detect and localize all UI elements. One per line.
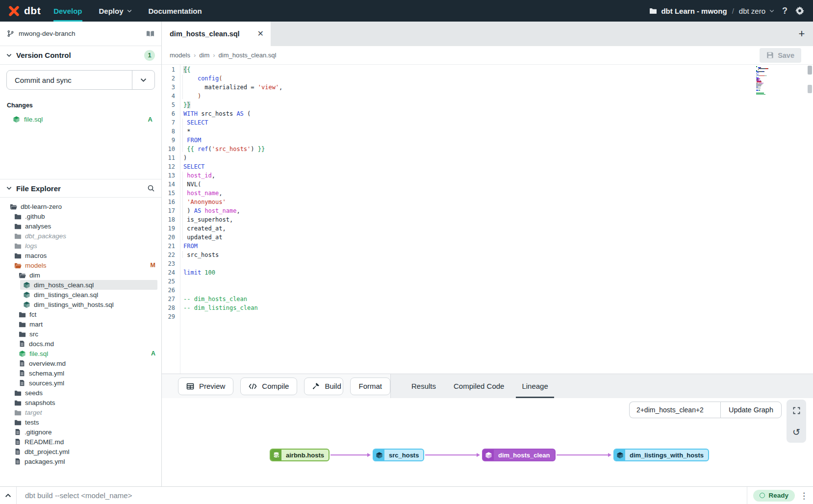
lineage-node[interactable]: airbnb.hosts	[270, 449, 330, 461]
tree-item[interactable]: .github	[0, 211, 161, 221]
docs-book-icon[interactable]	[146, 30, 154, 37]
tree-item[interactable]: overview.md	[0, 358, 161, 368]
code-line[interactable]: )	[183, 153, 813, 162]
code-line[interactable]: is_superhost,	[183, 215, 813, 224]
code-line[interactable]: SELECT	[183, 162, 813, 171]
code-content[interactable]: {{ config( materialized = 'view', )}}WIT…	[180, 65, 813, 374]
code-line[interactable]: NVL(	[183, 180, 813, 189]
code-line[interactable]: FROM	[183, 136, 813, 145]
tree-item[interactable]: seeds	[0, 388, 161, 398]
nav-deploy[interactable]: Deploy	[99, 0, 132, 22]
dbt-logo[interactable]: dbt	[0, 5, 53, 17]
tree-item[interactable]: .gitignore	[0, 427, 161, 437]
code-line[interactable]: updated_at	[183, 233, 813, 242]
version-control-header[interactable]: Version Control 1	[0, 46, 161, 65]
reset-view-icon[interactable]: ↺	[787, 421, 806, 443]
tree-item[interactable]: macros	[0, 251, 161, 260]
code-line[interactable]: WITH src_hosts AS (	[183, 109, 813, 118]
code-line[interactable]	[183, 277, 813, 286]
code-line[interactable]: {{	[183, 65, 813, 74]
tree-item[interactable]: dim	[0, 270, 161, 280]
code-line[interactable]	[183, 259, 813, 268]
tree-item[interactable]: src	[0, 329, 161, 339]
code-line[interactable]: 'Anonymous'	[183, 198, 813, 206]
preview-button[interactable]: Preview	[178, 378, 233, 395]
lineage-node[interactable]: dim_hosts_clean	[482, 449, 556, 461]
build-button-group: Build	[304, 378, 343, 395]
tree-item[interactable]: dim_hosts_clean.sql	[0, 280, 161, 290]
tab-compiled-code[interactable]: Compiled Code	[445, 374, 513, 398]
tree-item[interactable]: schema.yml	[0, 368, 161, 378]
lineage-node[interactable]: src_hosts	[373, 449, 424, 461]
tree-item[interactable]: docs.md	[0, 339, 161, 349]
chevron-up-icon[interactable]	[0, 487, 17, 504]
command-input[interactable]: dbt build --select <model_name>	[17, 487, 747, 504]
update-graph-button[interactable]: Update Graph	[720, 402, 782, 418]
tree-item[interactable]: dbt_project.yml	[0, 447, 161, 456]
tree-item[interactable]: dim_listings_with_hosts.sql	[0, 300, 161, 309]
code-line[interactable]: limit 100	[183, 268, 813, 277]
kebab-menu-icon[interactable]: ⋮	[800, 491, 808, 501]
search-icon[interactable]	[147, 184, 155, 192]
scrollbar-thumb[interactable]	[808, 85, 812, 93]
code-editor[interactable]: 1234567891011121314151617181920212223242…	[162, 65, 813, 374]
nav-documentation[interactable]: Documentation	[149, 0, 202, 22]
code-line[interactable]: ) AS host_name,	[183, 206, 813, 215]
lineage-selector-input[interactable]	[629, 402, 720, 418]
code-line[interactable]: {{ ref('src_hosts') }}	[183, 145, 813, 153]
build-button[interactable]: Build	[305, 378, 343, 395]
gear-icon[interactable]	[795, 6, 804, 15]
save-button[interactable]: Save	[760, 48, 801, 63]
code-line[interactable]	[183, 286, 813, 295]
tree-item[interactable]: fct	[0, 309, 161, 319]
help-icon[interactable]: ?	[782, 6, 788, 16]
code-line[interactable]: src_hosts	[183, 251, 813, 259]
new-tab-button[interactable]: +	[790, 22, 813, 46]
code-line[interactable]: }}	[183, 101, 813, 109]
tree-item[interactable]: sources.yml	[0, 378, 161, 388]
tree-item[interactable]: dim_listings_clean.sql	[0, 290, 161, 300]
tree-item[interactable]: file.sqlA	[0, 349, 161, 358]
compile-button[interactable]: Compile	[240, 378, 297, 395]
file-explorer-header[interactable]: File Explorer	[0, 179, 161, 198]
tree-item[interactable]: modelsM	[0, 260, 161, 270]
nav-develop[interactable]: Develop	[53, 0, 82, 22]
code-line[interactable]: -- dim_listings_clean	[183, 303, 813, 312]
code-line[interactable]: )	[183, 92, 813, 101]
close-icon[interactable]: ✕	[257, 30, 264, 38]
format-button[interactable]: Format	[350, 378, 390, 395]
code-line[interactable]: -- dim_hosts_clean	[183, 295, 813, 303]
tab-dim-hosts-clean[interactable]: dim_hosts_clean.sql ✕	[162, 22, 271, 46]
fullscreen-icon[interactable]	[787, 400, 806, 421]
code-line[interactable]: SELECT	[183, 118, 813, 127]
tree-item[interactable]: dbt_packages	[0, 231, 161, 241]
commit-and-sync-button[interactable]: Commit and sync	[6, 70, 155, 90]
project-selector[interactable]: dbt Learn - mwong / dbt zero	[649, 7, 774, 15]
scrollbar-thumb[interactable]	[808, 66, 812, 75]
tree-item[interactable]: analyses	[0, 221, 161, 231]
commit-options-caret[interactable]	[132, 71, 154, 89]
code-line[interactable]: materialized = 'view',	[183, 83, 813, 92]
code-line[interactable]: host_name,	[183, 189, 813, 198]
tree-item[interactable]: tests	[0, 417, 161, 427]
minimap[interactable]	[756, 66, 776, 96]
code-line[interactable]: created_at,	[183, 224, 813, 233]
editor-scrollbar[interactable]	[807, 65, 813, 374]
tree-item[interactable]: mart	[0, 319, 161, 329]
code-line[interactable]: config(	[183, 74, 813, 83]
changed-file-row[interactable]: file.sql A	[7, 113, 154, 125]
tree-item[interactable]: dbt-learn-zero	[0, 202, 161, 211]
tree-item[interactable]: logs	[0, 241, 161, 251]
tree-item[interactable]: target	[0, 407, 161, 417]
tab-lineage[interactable]: Lineage	[513, 374, 557, 398]
tree-item[interactable]: packages.yml	[0, 456, 161, 466]
tree-item[interactable]: snapshots	[0, 398, 161, 407]
tab-results[interactable]: Results	[403, 374, 445, 398]
code-line[interactable]	[183, 312, 813, 321]
tree-item[interactable]: README.md	[0, 437, 161, 447]
code-line[interactable]: host_id,	[183, 171, 813, 180]
lineage-node[interactable]: dim_listings_with_hosts	[613, 449, 709, 461]
code-line[interactable]: FROM	[183, 242, 813, 251]
branch-row[interactable]: mwong-dev-branch	[0, 22, 161, 46]
code-line[interactable]: *	[183, 127, 813, 136]
